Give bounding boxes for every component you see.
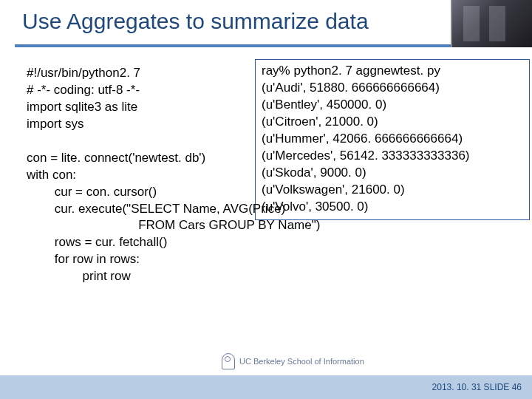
- footer: 2013. 10. 31 SLIDE 46: [0, 375, 532, 399]
- header: Use Aggregates to summarize data: [0, 0, 532, 52]
- logo: UC Berkeley School of Information: [222, 353, 364, 369]
- content-area: #!/usr/bin/python2. 7 # -*- coding: utf-…: [0, 52, 532, 285]
- footer-text: 2013. 10. 31 SLIDE 46: [432, 382, 522, 392]
- logo-text: UC Berkeley School of Information: [239, 357, 364, 366]
- code-block: #!/usr/bin/python2. 7 # -*- coding: utf-…: [27, 65, 514, 285]
- logo-icon: [222, 353, 235, 369]
- header-image: [451, 0, 532, 47]
